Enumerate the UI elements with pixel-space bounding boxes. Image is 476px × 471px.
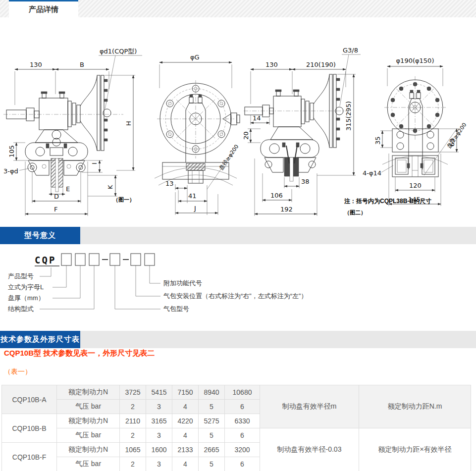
dim-I: I xyxy=(91,162,98,164)
dim-D: D xyxy=(54,193,59,200)
value-cell: 7150 xyxy=(172,385,199,400)
model-label-vertical: 立式为字母L xyxy=(8,283,44,291)
model-cell: CQP10B-B xyxy=(2,414,57,443)
value-cell: 1600 xyxy=(146,443,172,457)
value-cell: 8940 xyxy=(199,385,225,400)
dim-B: B xyxy=(80,61,84,68)
param-label: 气压 bar xyxy=(57,400,120,414)
drawing-front-view-2: φ190(φ150) 35 xyxy=(363,46,476,216)
dim-315: 315(295) xyxy=(345,101,352,131)
value-cell: 2665 xyxy=(199,443,225,457)
drawing-note: 注：括号内为CQPL38B-B的尺寸 xyxy=(344,197,431,206)
tech-params-table: CQP10B-A 额定制动力N 3725 5415 7150 8940 1068… xyxy=(1,385,471,471)
param-label: 额定制动力N xyxy=(57,414,120,428)
technical-drawings: 130 B φd1(CQP型) xyxy=(0,17,476,227)
value-cell: 10680 xyxy=(225,385,260,400)
dim-phid1: φd1(CQP型) xyxy=(100,48,137,55)
radius-formula-cell: 制动盘有效半径-0.03 xyxy=(260,428,359,471)
value-cell: 5 xyxy=(199,428,225,443)
param-label: 气压 bar xyxy=(57,457,120,471)
value-cell: 3 xyxy=(146,400,172,414)
figure1-caption: （图一） xyxy=(113,196,135,204)
dim-20: 20 xyxy=(244,131,250,140)
drawing-side-view-2: 130 210(190) G3/8 315 xyxy=(244,46,362,216)
value-cell: 6 xyxy=(225,428,260,443)
model-label-structure: 结构型式 xyxy=(8,305,34,313)
param-label: 额定制动力N xyxy=(57,443,120,457)
dim-192: 192 xyxy=(280,206,293,213)
section-title-tech-params: 技术参数及外形尺寸表 xyxy=(0,331,80,348)
tech-intro-rest: 技术参数见表一，外形尺寸见表二 xyxy=(41,349,155,357)
torque-formula-cell: 额定制动力距×有效半径 xyxy=(359,428,471,471)
value-cell: 4 xyxy=(172,457,199,471)
radius-header-cell: 制动盘有效半径m xyxy=(260,385,359,428)
value-cell: 3 xyxy=(146,457,172,471)
dim-106: 106 xyxy=(270,192,283,199)
dim-g38: G3/8 xyxy=(343,47,358,54)
value-cell: 5415 xyxy=(146,385,172,400)
dim-3phid: 3-φd xyxy=(3,167,18,175)
tech-intro-model: CQP10B型 xyxy=(4,349,41,357)
drawing-front-view-1: φG xyxy=(149,46,243,216)
value-cell: 2133 xyxy=(172,443,199,457)
value-cell: 2 xyxy=(120,428,146,443)
page-title-tab: 产品详情 xyxy=(9,0,78,17)
model-label-disc-thickness: 盘厚（mm） xyxy=(8,294,45,302)
value-cell: 6 xyxy=(225,400,260,414)
value-cell: 4220 xyxy=(172,414,199,428)
dim-13: 13 xyxy=(165,180,174,187)
value-cell: 3 xyxy=(146,428,172,443)
model-label-extra-function: 附加功能代号 xyxy=(163,279,202,287)
section-title-model-meaning: 型号意义 xyxy=(0,227,80,244)
param-label: 额定制动力N xyxy=(57,385,120,400)
drawing-side-view-1: 130 B φd1(CQP型) xyxy=(2,46,146,216)
page-header: 产品详情 xyxy=(0,0,476,17)
dim-120: 120 xyxy=(409,182,422,189)
model-label-airbag-position: 气包安装位置（右式标注为“右”，左式标注为“左”） xyxy=(163,292,307,300)
value-cell: 5 xyxy=(199,400,225,414)
param-label: 气压 bar xyxy=(57,428,120,443)
value-cell: 5275 xyxy=(199,414,225,428)
dim-105: 105 xyxy=(8,145,15,157)
dim-J: J xyxy=(194,205,196,212)
value-cell: 6 xyxy=(225,457,260,471)
model-label-product: 产品型号 xyxy=(8,272,34,280)
table-row: 气压 bar 2 3 4 5 6 制动盘有效半径-0.03 额定制动力距×有效半… xyxy=(2,428,471,443)
value-cell: 4 xyxy=(172,428,199,443)
product-detail-page: 产品详情 130 B φd1(CQP型) xyxy=(0,0,476,471)
dim-F: F xyxy=(54,206,57,213)
model-number-diagram: CQP 产品型号 立式为字母L 盘厚（mm） 结构型式 附加功能代号 气包安装位… xyxy=(4,248,380,322)
dim-130: 130 xyxy=(265,61,278,68)
dim-41: 41 xyxy=(188,192,197,200)
value-cell: 5 xyxy=(199,457,225,471)
table-row: CQP10B-A 额定制动力N 3725 5415 7150 8940 1068… xyxy=(2,385,471,400)
dim-E: E xyxy=(66,185,70,193)
tech-intro: CQP10B型 技术参数见表一，外形尺寸见表二 xyxy=(4,349,155,358)
figure2-caption: （图二） xyxy=(344,209,366,216)
value-cell: 1065 xyxy=(120,443,146,457)
torque-header-cell: 额定制动力距N.m xyxy=(359,385,471,428)
model-cell: CQP10B-A xyxy=(2,385,57,414)
dim-14: 14 xyxy=(253,114,261,122)
section-bar-model-meaning: 型号意义 xyxy=(0,227,476,244)
dim-210: 210(190) xyxy=(306,61,336,68)
dim-H: H xyxy=(125,121,132,126)
section-bar-tech-params: 技术参数及外形尺寸表 xyxy=(0,331,476,348)
value-cell: 3165 xyxy=(146,414,172,428)
page-title: 产品详情 xyxy=(29,5,58,14)
dim-phiG: φG xyxy=(190,53,200,61)
value-cell: 2110 xyxy=(120,414,146,428)
value-cell: 6330 xyxy=(225,414,260,428)
dim-K: K xyxy=(106,185,114,189)
value-cell: 3200 xyxy=(225,443,260,457)
dim-35: 35 xyxy=(374,136,381,145)
dim-38: 38 xyxy=(301,178,310,185)
dim-130: 130 xyxy=(30,61,42,68)
dim-phi190: φ190(φ150) xyxy=(396,57,434,64)
model-label-airbag-model: 气包型号 xyxy=(163,305,189,313)
model-prefix: CQP xyxy=(35,255,56,265)
table-one-label: （表一） xyxy=(4,367,32,376)
model-cell: CQP10B-F xyxy=(2,443,57,471)
value-cell: 3725 xyxy=(120,385,146,400)
value-cell: 2 xyxy=(120,400,146,414)
